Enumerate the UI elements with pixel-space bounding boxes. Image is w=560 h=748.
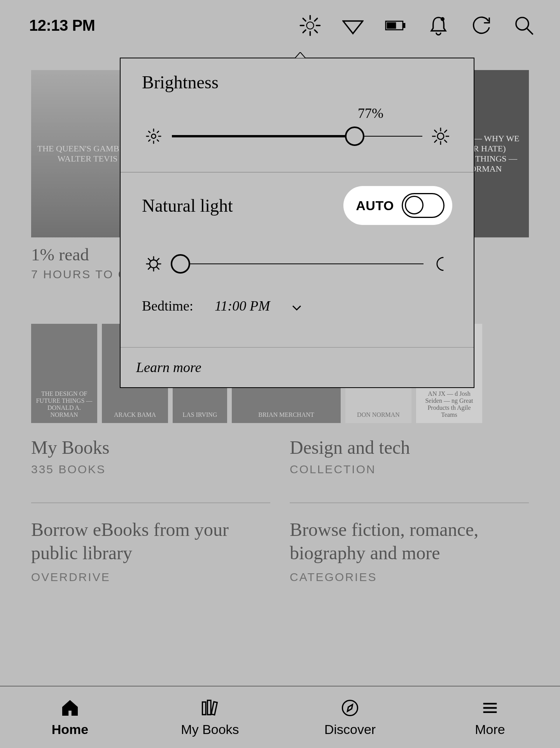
my-books-panel[interactable]: My Books 335 BOOKS Borrow eBooks from yo… bbox=[31, 437, 270, 584]
collection-subtitle: COLLECTION bbox=[290, 463, 529, 476]
auto-toggle[interactable] bbox=[402, 193, 444, 218]
collection-title: Design and tech bbox=[290, 437, 529, 458]
categories-subtitle: CATEGORIES bbox=[290, 571, 529, 584]
brightness-popup: Brightness 77% Natural light AUTO bbox=[120, 58, 474, 388]
brightness-slider[interactable] bbox=[142, 128, 452, 145]
natural-light-title: Natural light bbox=[142, 195, 233, 216]
svg-line-23 bbox=[149, 140, 150, 141]
bedtime-row[interactable]: Bedtime: 11:00 PM bbox=[142, 298, 452, 314]
toggle-knob-icon bbox=[405, 196, 424, 214]
svg-line-20 bbox=[149, 131, 150, 133]
bottom-nav: Home My Books Discover More bbox=[0, 686, 560, 748]
svg-rect-36 bbox=[211, 702, 217, 715]
svg-line-8 bbox=[303, 30, 306, 32]
popup-pointer-icon bbox=[295, 52, 306, 58]
status-bar: 12:13 PM bbox=[0, 0, 560, 51]
overdrive-title: Borrow eBooks from your public library bbox=[31, 518, 270, 565]
sun-large-icon bbox=[432, 128, 449, 145]
home-icon bbox=[60, 698, 80, 718]
my-books-title: My Books bbox=[31, 437, 270, 458]
search-icon[interactable] bbox=[513, 15, 535, 36]
battery-icon[interactable] bbox=[385, 15, 406, 36]
svg-rect-35 bbox=[208, 700, 211, 715]
nav-discover[interactable]: Discover bbox=[280, 687, 420, 748]
auto-label: AUTO bbox=[356, 198, 394, 213]
notification-dot-icon bbox=[441, 17, 444, 21]
natural-light-slider[interactable] bbox=[142, 255, 452, 272]
svg-line-5 bbox=[303, 18, 306, 21]
book-cover[interactable]: THE DESIGN OF FUTURE THINGS — DONALD A. … bbox=[31, 324, 97, 423]
svg-line-29 bbox=[434, 130, 437, 132]
brightness-title: Brightness bbox=[142, 72, 452, 93]
compass-icon bbox=[340, 698, 360, 718]
svg-point-15 bbox=[152, 134, 156, 139]
svg-line-7 bbox=[315, 18, 317, 21]
wifi-icon[interactable] bbox=[342, 15, 364, 36]
status-tray bbox=[299, 15, 535, 36]
bedtime-label: Bedtime: bbox=[142, 298, 193, 314]
menu-icon bbox=[480, 698, 500, 718]
sync-icon[interactable] bbox=[471, 15, 492, 36]
nav-more[interactable]: More bbox=[420, 687, 560, 748]
divider bbox=[31, 502, 270, 503]
svg-point-37 bbox=[343, 700, 358, 715]
collection-panel[interactable]: Design and tech COLLECTION Browse fictio… bbox=[290, 437, 529, 584]
clock: 12:13 PM bbox=[29, 17, 95, 34]
overdrive-subtitle: OVERDRIVE bbox=[31, 571, 270, 584]
svg-line-13 bbox=[527, 28, 533, 34]
svg-line-22 bbox=[157, 131, 159, 133]
svg-line-21 bbox=[157, 140, 159, 141]
brightness-icon[interactable] bbox=[299, 15, 321, 36]
svg-point-24 bbox=[438, 133, 444, 140]
auto-toggle-chip: AUTO bbox=[343, 186, 452, 225]
divider bbox=[121, 172, 474, 172]
chevron-down-icon bbox=[291, 300, 302, 311]
sun-outline-icon bbox=[145, 255, 162, 272]
svg-line-31 bbox=[444, 130, 447, 132]
nav-more-label: More bbox=[475, 722, 505, 737]
natural-light-slider-thumb[interactable] bbox=[171, 254, 190, 274]
svg-rect-11 bbox=[387, 23, 396, 28]
nav-home[interactable]: Home bbox=[0, 687, 140, 748]
sun-small-icon bbox=[145, 128, 162, 145]
divider bbox=[290, 502, 529, 503]
nav-mybooks-label: My Books bbox=[181, 722, 239, 737]
brightness-slider-thumb[interactable] bbox=[345, 126, 364, 146]
nav-mybooks[interactable]: My Books bbox=[140, 687, 280, 748]
svg-point-0 bbox=[306, 22, 313, 29]
books-icon bbox=[200, 698, 220, 718]
overdrive-link[interactable]: Borrow eBooks from your public library O… bbox=[31, 518, 270, 584]
categories-title: Browse fiction, romance, biography and m… bbox=[290, 518, 529, 565]
nav-discover-label: Discover bbox=[324, 722, 376, 737]
categories-link[interactable]: Browse fiction, romance, biography and m… bbox=[290, 518, 529, 584]
svg-line-6 bbox=[315, 30, 317, 32]
bell-icon[interactable] bbox=[428, 15, 449, 36]
svg-marker-14 bbox=[295, 52, 306, 58]
brightness-percent-label: 77% bbox=[358, 105, 383, 121]
svg-point-33 bbox=[150, 260, 158, 268]
my-books-subtitle: 335 BOOKS bbox=[31, 463, 270, 476]
learn-more-link[interactable]: Learn more bbox=[121, 347, 474, 387]
moon-icon bbox=[432, 255, 449, 272]
svg-line-32 bbox=[434, 140, 437, 142]
svg-point-12 bbox=[516, 17, 528, 30]
svg-rect-10 bbox=[403, 23, 405, 28]
bedtime-value: 11:00 PM bbox=[215, 298, 270, 314]
svg-rect-34 bbox=[203, 702, 206, 715]
svg-line-30 bbox=[444, 140, 447, 142]
svg-marker-38 bbox=[348, 704, 353, 711]
nav-home-label: Home bbox=[52, 722, 88, 737]
